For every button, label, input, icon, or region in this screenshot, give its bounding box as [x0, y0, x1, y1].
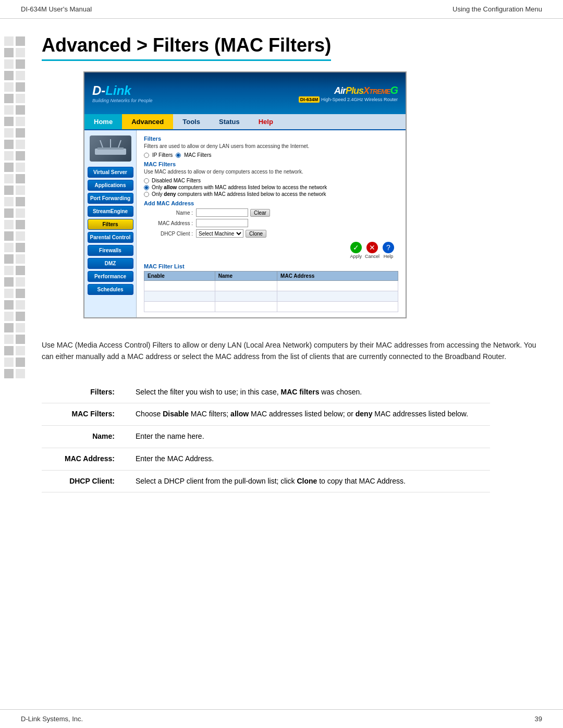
- cell-mac: [277, 291, 398, 302]
- router-content: Filters Filters are used to allow or den…: [137, 130, 406, 317]
- mac-filters-radio[interactable]: [176, 153, 181, 158]
- cell-name: [215, 281, 277, 291]
- sidebar-btn-parental-control[interactable]: Parental Control: [88, 232, 133, 243]
- nav-status[interactable]: Status: [210, 114, 249, 129]
- terms-table: Filters: Select the filter you wish to u…: [42, 381, 490, 492]
- mac-allow-label: Only allow computers with MAC address li…: [152, 184, 327, 190]
- term-definition: Select a DHCP client from the pull-down …: [125, 470, 490, 492]
- header-right: Using the Configuration Menu: [452, 5, 542, 13]
- terms-row: Filters: Select the filter you wish to u…: [42, 381, 490, 403]
- action-row: ✓ Apply ✕ Cancel ? Help: [144, 240, 398, 261]
- sidebar-btn-schedules[interactable]: Schedules: [88, 284, 133, 295]
- nav-bar: Home Advanced Tools Status Help: [84, 114, 406, 130]
- terms-row: Name: Enter the name here.: [42, 426, 490, 448]
- term-definition: Enter the MAC Address.: [125, 448, 490, 470]
- apply-button[interactable]: ✓ Apply: [350, 242, 362, 259]
- help-button[interactable]: ? Help: [383, 242, 394, 259]
- col-enable: Enable: [144, 272, 215, 281]
- table-row: [144, 281, 398, 291]
- mac-address-input[interactable]: [196, 219, 248, 227]
- sidebar-btn-filters[interactable]: Filters: [88, 219, 133, 230]
- clone-button[interactable]: Clone: [246, 230, 266, 238]
- mac-deny-label: Only deny computers with MAC address lis…: [152, 191, 326, 197]
- cancel-button[interactable]: ✕ Cancel: [365, 242, 380, 259]
- router-brand-right: AirPlusXTREMEG DI-634M High-Speed 2.4GHz…: [299, 84, 398, 102]
- cell-enable: [144, 291, 215, 302]
- table-row: [144, 291, 398, 302]
- cell-enable: [144, 281, 215, 291]
- description-paragraph: Use MAC (Media Access Control) Filters t…: [42, 339, 542, 363]
- apply-label: Apply: [350, 254, 362, 259]
- router-sidebar: Virtual Server Applications Port Forward…: [84, 130, 137, 317]
- term-label: Name:: [42, 426, 125, 448]
- mac-address-row: MAC Address :: [144, 219, 398, 227]
- mac-disabled-label: Disabled MAC Filters: [152, 178, 201, 183]
- mac-deny-radio[interactable]: [144, 192, 149, 197]
- sidebar-btn-dmz[interactable]: DMZ: [88, 258, 133, 269]
- sidebar-btn-firewalls[interactable]: Firewalls: [88, 245, 133, 256]
- mac-filter-list-title: MAC Filter List: [144, 263, 398, 269]
- svg-line-2: [100, 140, 103, 147]
- apply-icon: ✓: [350, 242, 362, 253]
- dhcp-client-label: DHCP Client :: [154, 231, 196, 237]
- svg-line-4: [118, 140, 121, 147]
- header-left: DI-634M User's Manual: [21, 5, 92, 13]
- mac-allow-radio[interactable]: [144, 185, 149, 190]
- description-section: Use MAC (Media Access Control) Filters t…: [0, 334, 563, 381]
- mac-filters-desc: Use MAC address to allow or deny compute…: [144, 169, 398, 175]
- mac-disabled-radio[interactable]: [144, 178, 149, 183]
- dlink-tagline: Building Networks for People: [92, 98, 153, 103]
- sidebar-btn-streamengine[interactable]: StreamEngine: [88, 206, 133, 217]
- mac-option-deny: Only deny computers with MAC address lis…: [144, 191, 398, 197]
- filters-desc: Filters are used to allow or deny LAN us…: [144, 143, 398, 149]
- clear-button[interactable]: Clear: [250, 209, 270, 217]
- sidebar-btn-performance[interactable]: Performance: [88, 271, 133, 282]
- mac-option-disabled: Disabled MAC Filters: [144, 178, 398, 183]
- router-header: D-Link Building Networks for People AirP…: [84, 72, 406, 114]
- mac-filter-table: Enable Name MAC Address: [144, 271, 398, 312]
- cell-mac: [277, 302, 398, 312]
- nav-help[interactable]: Help: [249, 114, 283, 129]
- term-label: MAC Address:: [42, 448, 125, 470]
- help-label: Help: [384, 254, 394, 259]
- dhcp-client-select[interactable]: Select Machine: [196, 229, 243, 238]
- cell-mac: [277, 281, 398, 291]
- term-definition: Choose Disable MAC filters; allow MAC ad…: [125, 403, 490, 426]
- terms-row: MAC Address: Enter the MAC Address.: [42, 448, 490, 470]
- name-input[interactable]: [196, 208, 248, 217]
- page-footer: D-Link Systems, Inc. 39: [0, 709, 563, 728]
- filter-type-row: IP Filters MAC Filters: [144, 152, 398, 158]
- page-title: Advanced > Filters (MAC Filters): [42, 34, 331, 61]
- name-label: Name :: [154, 210, 196, 216]
- router-image: [90, 135, 131, 162]
- nav-home[interactable]: Home: [84, 114, 122, 129]
- col-mac-address: MAC Address: [277, 272, 398, 281]
- mac-filters-label: MAC Filters: [184, 152, 211, 158]
- name-row: Name : Clear: [144, 208, 398, 217]
- term-label: MAC Filters:: [42, 403, 125, 426]
- cell-name: [215, 291, 277, 302]
- mac-filters-subtitle: MAC Filters: [144, 161, 398, 167]
- term-definition: Enter the name here.: [125, 426, 490, 448]
- nav-advanced[interactable]: Advanced: [122, 114, 173, 129]
- filters-title: Filters: [144, 135, 398, 142]
- cell-enable: [144, 302, 215, 312]
- router-model: DI-634M High-Speed 2.4GHz Wireless Route…: [299, 96, 398, 102]
- sidebar-btn-virtual-server[interactable]: Virtual Server: [88, 167, 133, 178]
- dlink-logo: D-Link: [92, 83, 153, 98]
- nav-tools[interactable]: Tools: [173, 114, 210, 129]
- ip-filters-radio[interactable]: [144, 153, 149, 158]
- sidebar-btn-port-forwarding[interactable]: Port Forwarding: [88, 193, 133, 204]
- page-title-area: Advanced > Filters (MAC Filters): [0, 19, 563, 71]
- router-main: Virtual Server Applications Port Forward…: [84, 130, 406, 317]
- term-label: Filters:: [42, 381, 125, 403]
- mac-option-allow: Only allow computers with MAC address li…: [144, 184, 398, 190]
- table-row: [144, 302, 398, 312]
- cancel-label: Cancel: [365, 254, 380, 259]
- sidebar-btn-applications[interactable]: Applications: [88, 180, 133, 191]
- router-ui: D-Link Building Networks for People AirP…: [83, 71, 407, 318]
- footer-right: 39: [535, 715, 542, 723]
- term-definition: Select the filter you wish to use; in th…: [125, 381, 490, 403]
- dhcp-client-row: DHCP Client : Select Machine Clone: [144, 229, 398, 238]
- term-label: DHCP Client:: [42, 470, 125, 492]
